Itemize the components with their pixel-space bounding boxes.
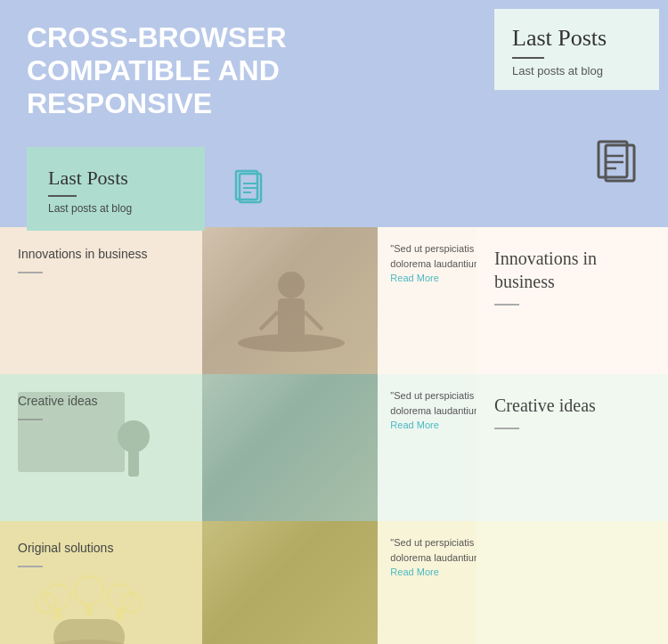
widget-divider-mid <box>48 195 77 197</box>
post-image-1 <box>202 227 378 374</box>
svg-point-12 <box>278 272 305 298</box>
widget-divider-top <box>512 57 544 59</box>
widget-subtitle-top: Last posts at blog <box>512 64 641 77</box>
svg-line-13 <box>260 312 278 330</box>
post-image-2 <box>202 374 378 521</box>
svg-line-14 <box>305 312 322 330</box>
post-category-col-1: Innovations in business <box>0 227 202 374</box>
right-creative-panel: Creative ideas <box>477 374 668 521</box>
post-category-1: Innovations in business <box>18 247 184 261</box>
image-overlay-3 <box>202 521 378 644</box>
document-icon-mid <box>232 169 269 210</box>
last-posts-widget-mid: Last Posts Last posts at blog <box>27 147 205 231</box>
right-creative-divider <box>494 428 519 429</box>
widget-title-top: Last Posts <box>512 25 641 52</box>
hero-title: CROSS-BROWSER COMPATIBLE AND RESPONSIVE <box>27 21 356 119</box>
right-creative-title: Creative ideas <box>494 394 650 417</box>
post-divider-1 <box>18 272 43 273</box>
image-overlay-1 <box>202 227 378 374</box>
widget-subtitle-mid: Last posts at blog <box>48 202 183 215</box>
hero-section: CROSS-BROWSER COMPATIBLE AND RESPONSIVE <box>0 0 383 147</box>
document-icon-top <box>591 138 641 192</box>
right-bottom-panel <box>477 521 668 644</box>
right-innovations-panel: Innovations in business <box>477 227 668 374</box>
svg-rect-11 <box>278 298 305 343</box>
image-overlay-2 <box>202 374 378 521</box>
widget-title-mid: Last Posts <box>48 167 183 190</box>
post-image-3 <box>202 521 378 644</box>
last-posts-widget-top: Last Posts Last posts at blog <box>494 9 659 90</box>
right-innovations-divider <box>494 304 519 306</box>
right-innovations-title: Innovations in business <box>494 247 650 293</box>
svg-rect-0 <box>599 142 627 177</box>
